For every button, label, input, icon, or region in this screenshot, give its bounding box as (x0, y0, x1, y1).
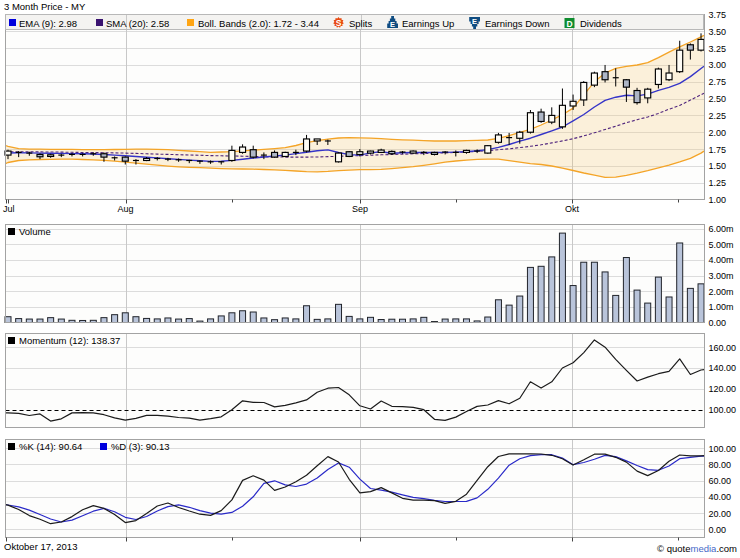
candle-body-up (314, 139, 320, 141)
volume-bar (570, 286, 576, 323)
candle-body-up (698, 39, 704, 50)
sma-swatch (96, 19, 103, 26)
volume-ytick-label: 1.00m (709, 302, 734, 312)
credit-copy: © (657, 543, 667, 554)
volume-bar (144, 318, 150, 322)
stochastics-label-swatch-icon (100, 443, 107, 450)
volume-ytick-label: 4.00m (709, 255, 734, 265)
candle (591, 72, 597, 87)
earnings-up-icon: E (387, 15, 399, 29)
volume-bar (176, 319, 182, 322)
volume-bar (250, 312, 256, 322)
splits-icon-letter: S (336, 18, 342, 28)
volume-bar (304, 306, 310, 323)
candle-body-up (463, 150, 469, 152)
volume-bar (623, 258, 629, 323)
volume-label-text: Volume (19, 226, 51, 237)
candle-body-up (677, 50, 683, 72)
volume-bar (485, 317, 491, 322)
volume-bar (240, 311, 246, 323)
volume-bar (559, 233, 565, 322)
price-ytick-label: 3.75 (709, 10, 727, 20)
stochastics-ytick-label: 100.00 (709, 444, 737, 454)
volume-bar (154, 319, 160, 323)
price-ytick-label: 2.00 (709, 128, 727, 138)
candle-body-down (101, 154, 107, 157)
stochastics-ytick-label: 0.00 (709, 525, 727, 535)
volume-bar (229, 313, 235, 323)
volume-bar (687, 288, 693, 322)
stochastics-label-text: %K (14): 90.64 (19, 441, 82, 452)
price-ytick-label: 1.25 (709, 178, 727, 188)
momentum-label: Momentum (12): 138.37 (8, 335, 138, 346)
volume-bar (677, 243, 683, 323)
candle (336, 152, 342, 162)
footer-date: Oktober 17, 2013 (4, 541, 77, 552)
volume-bar (410, 319, 416, 323)
volume-bar (325, 319, 331, 323)
volume-bar (527, 267, 533, 322)
dividends-icon-letter: D (567, 19, 573, 29)
candle-body-up (549, 115, 555, 122)
earnings-down-icon: E (469, 15, 481, 29)
volume-bar (666, 297, 672, 323)
candle-body-up (144, 158, 150, 160)
splits-icon: S (333, 15, 345, 29)
candle-body-down (389, 151, 395, 153)
volume-ytick-label: 2.00m (709, 287, 734, 297)
candle-body-up (581, 82, 587, 99)
candle-body-down (431, 152, 437, 154)
legend-label-ema: EMA (9): 2.98 (19, 18, 77, 29)
momentum-ytick-label: 120.00 (709, 384, 737, 394)
price-ytick-label: 3.25 (709, 44, 727, 54)
volume-bar (368, 317, 374, 322)
candle (485, 145, 491, 154)
volume-bar (591, 262, 597, 322)
stock-chart-page: {"title":"3 Month Price - MY","legend":{… (0, 0, 740, 558)
candle-body-up (559, 105, 565, 127)
volume-bar (26, 319, 32, 322)
volume-bar (655, 277, 661, 322)
boll-bands-swatch (187, 19, 194, 26)
stochastics-label: %K (14): 90.64%D (3): 90.13 (8, 441, 187, 452)
credit-quote: quote (667, 543, 691, 554)
volume-bar (336, 304, 342, 322)
candle-body-up (645, 89, 651, 98)
volume-bar (122, 313, 128, 323)
volume-ytick-label: 0.00 (709, 318, 727, 328)
candle-body-up (336, 153, 342, 162)
volume-bar (538, 266, 544, 322)
price-ytick-label: 1.00 (709, 195, 727, 205)
stochastics-ytick-label: 40.00 (709, 492, 732, 502)
legend-label-sma: SMA (20): 2.58 (106, 18, 169, 29)
credit-com: .com (716, 543, 737, 554)
volume-bar (442, 319, 448, 322)
price-ytick-label: 2.50 (709, 94, 727, 104)
volume-bar (186, 319, 192, 323)
volume-bar (495, 300, 501, 323)
legend-label-dividends: Dividends (580, 18, 622, 29)
volume-bar (463, 319, 469, 323)
candle-body-up (357, 152, 363, 155)
volume-label: Volume (8, 226, 68, 237)
candle-body-down (687, 45, 693, 50)
volume-bar (16, 319, 22, 323)
candle-body-down (634, 91, 640, 103)
volume-bar (48, 318, 54, 323)
credit-media: media (691, 543, 717, 554)
volume-bar (634, 290, 640, 322)
earnings-down-icon-letter: E (472, 17, 477, 26)
momentum-ytick-label: 140.00 (709, 363, 737, 373)
momentum-ytick-label: 100.00 (709, 405, 737, 415)
momentum-label-text: Momentum (12): 138.37 (19, 335, 120, 346)
momentum-ytick-label: 160.00 (709, 343, 737, 353)
volume-ytick-label: 3.00m (709, 271, 734, 281)
volume-bar (613, 295, 619, 322)
footer-credit: © quotemedia.com (657, 543, 737, 554)
candle-body-up (48, 155, 54, 157)
volume-bar (112, 315, 118, 323)
x-month-label: Aug (117, 204, 133, 214)
x-month-label: Okt (565, 204, 580, 214)
candle (634, 88, 640, 105)
chart-canvas: 1.001.251.501.752.002.252.502.753.003.25… (0, 0, 740, 558)
